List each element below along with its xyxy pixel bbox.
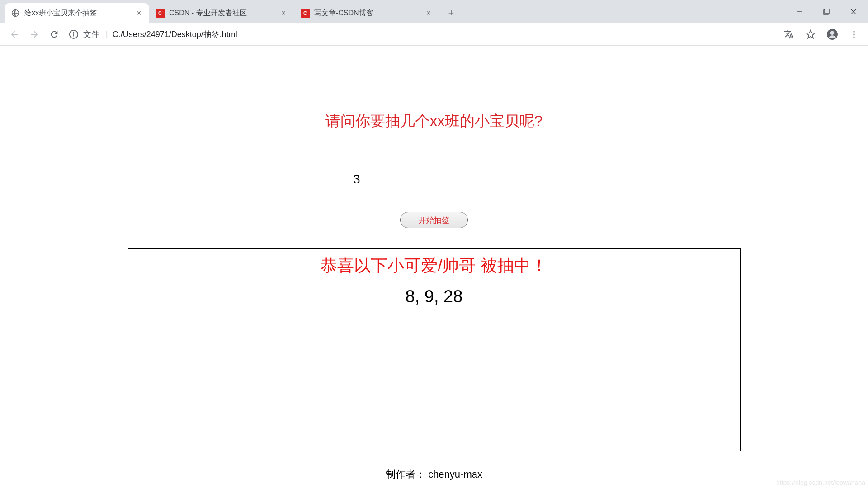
svg-point-8 (73, 32, 74, 33)
question-heading: 请问你要抽几个xx班的小宝贝呢? (326, 111, 542, 131)
tab-csdn-2[interactable]: C 写文章-CSDN博客 × (294, 3, 439, 23)
bookmark-icon[interactable] (801, 25, 820, 44)
svg-point-12 (853, 33, 854, 35)
reload-button[interactable] (44, 24, 64, 44)
url-path: C:/Users/24971/Desktop/抽签.html (113, 29, 237, 40)
tabs-area: 给xx班小宝贝来个抽签 × C CSDN - 专业开发者社区 × C 写文章-C… (5, 3, 786, 23)
url-divider: | (106, 29, 108, 39)
toolbar-right (779, 25, 863, 44)
url-bar[interactable]: 文件 | C:/Users/24971/Desktop/抽签.html (69, 26, 775, 43)
close-window-button[interactable] (840, 3, 867, 21)
info-icon (69, 29, 79, 39)
translate-icon[interactable] (779, 25, 798, 44)
back-button[interactable] (5, 24, 24, 44)
csdn-icon: C (156, 9, 165, 18)
address-bar: 文件 | C:/Users/24971/Desktop/抽签.html (0, 23, 868, 46)
result-title: 恭喜以下小可爱/帅哥 被抽中！ (128, 254, 740, 277)
close-icon[interactable]: × (135, 9, 143, 17)
new-tab-button[interactable]: + (443, 5, 459, 21)
watermark: https://blog.csdn.net/leowahaha (776, 479, 865, 486)
tab-active[interactable]: 给xx班小宝贝来个抽签 × (5, 3, 149, 23)
globe-icon (11, 9, 20, 18)
page-content: 请问你要抽几个xx班的小宝贝呢? 开始抽签 恭喜以下小可爱/帅哥 被抽中！ 8,… (0, 46, 868, 481)
count-input[interactable] (349, 168, 519, 191)
start-button[interactable]: 开始抽签 (400, 212, 468, 228)
browser-tab-strip: 给xx班小宝贝来个抽签 × C CSDN - 专业开发者社区 × C 写文章-C… (0, 0, 868, 23)
url-prefix: 文件 (83, 29, 99, 40)
profile-icon[interactable] (823, 25, 842, 44)
menu-icon[interactable] (844, 25, 863, 44)
close-icon[interactable]: × (425, 9, 433, 17)
tab-csdn-1[interactable]: C CSDN - 专业开发者社区 × (149, 3, 294, 23)
result-box: 恭喜以下小可爱/帅哥 被抽中！ 8, 9, 28 (128, 248, 741, 451)
tab-title: 写文章-CSDN博客 (314, 9, 421, 18)
author-label: 制作者： chenyu-max (386, 468, 482, 481)
svg-point-13 (853, 36, 854, 38)
minimize-button[interactable] (786, 3, 813, 21)
tab-separator (439, 6, 439, 17)
svg-point-10 (830, 31, 835, 35)
csdn-icon: C (301, 9, 310, 18)
window-controls (786, 0, 868, 23)
tab-title: 给xx班小宝贝来个抽签 (24, 9, 131, 18)
svg-point-11 (853, 31, 854, 32)
result-numbers: 8, 9, 28 (128, 287, 740, 306)
svg-rect-3 (825, 9, 829, 14)
tab-title: CSDN - 专业开发者社区 (169, 9, 276, 18)
forward-button[interactable] (24, 24, 44, 44)
maximize-button[interactable] (813, 3, 840, 21)
close-icon[interactable]: × (279, 9, 288, 17)
